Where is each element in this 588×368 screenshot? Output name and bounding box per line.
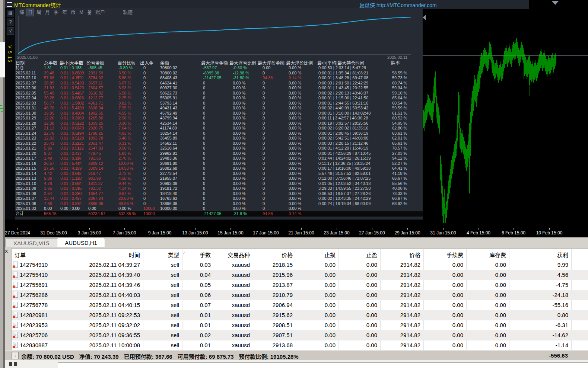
- stats-cell: -565.45: [88, 65, 102, 70]
- stats-cell: 2609.12: [88, 161, 103, 166]
- order-cell: -6.31: [556, 322, 568, 328]
- order-row[interactable]: 1427562862025.02.11 04:40:03sell0.06xauu…: [12, 290, 588, 300]
- order-cell: 2910.79: [273, 292, 293, 298]
- stats-cell: 33: [77, 65, 82, 70]
- stats-cell: 8.50 %: [118, 146, 131, 151]
- stats-cell: 0.00 %: [233, 171, 245, 176]
- time-axis-tick: [18, 228, 18, 230]
- stats-cell: 763.32: [88, 186, 101, 191]
- image-icon[interactable]: ▨: [7, 10, 14, 17]
- order-cell: 0.00: [452, 272, 463, 278]
- stats-cell: 1811.37: [88, 181, 103, 186]
- stats-cell: 0.00 %: [289, 131, 301, 136]
- orders-header-4[interactable]: 交易品种: [228, 251, 250, 259]
- order-cell: 2914.82: [400, 272, 420, 278]
- stats-cell: 70800.02: [160, 65, 177, 70]
- panel-edge-arrow-icon: [423, 15, 426, 20]
- orders-header-8[interactable]: 价格: [409, 251, 420, 259]
- order-row[interactable]: 1428257062025.02.11 09:36:55sell0.02xauu…: [12, 330, 588, 340]
- stats-cell: 0.00 %: [289, 121, 301, 126]
- balance-arrow-icon[interactable]: ↓: [12, 352, 19, 359]
- order-row[interactable]: 1428209812025.02.11 09:22:53sell0.01xauu…: [12, 310, 588, 320]
- stats-cell: 0:00:50 | 2:33:14 | 5:47:29: [318, 65, 366, 70]
- stats-cell: 0: [203, 116, 205, 121]
- stats-cell: 20993.09: [160, 181, 177, 186]
- orders-header-3[interactable]: 手数: [200, 251, 211, 259]
- help-icon[interactable]: ?: [7, 19, 14, 26]
- stats-cell: 339: [77, 106, 84, 111]
- hidden-chart-sliver: [0, 108, 3, 109]
- orders-header-1[interactable]: 时间: [129, 251, 140, 259]
- order-cell: 9.99: [557, 262, 568, 268]
- window-icon: [7, 2, 12, 7]
- stats-cell: 42534.14: [160, 121, 177, 126]
- stats-cell: 0: [263, 186, 265, 191]
- stats-cell: 0:00:02 | 10:43:35 | 24:42:29: [318, 196, 371, 201]
- order-row[interactable]: 1427554102025.02.11 04:39:40sell0.04xauu…: [12, 270, 588, 280]
- stats-cell: 0.00 %: [289, 151, 301, 156]
- stats-cell: 7.64 %: [118, 126, 131, 131]
- stats-cell: 0:00:11 | 3:42:57 | 46:36:28: [318, 116, 368, 121]
- stats-row: 2025.02.0356.770.01 | 1.907024361.718.82…: [15, 101, 423, 106]
- stats-cell: -21427.05: [203, 211, 222, 216]
- stats-cell: 0: [143, 81, 146, 86]
- order-row[interactable]: 1428239532025.02.11 09:32:02sell0.01xauu…: [12, 320, 588, 330]
- order-cell: 2025.02.11 04:39:40: [89, 272, 140, 278]
- stats-cell: 0:00:19 | 3:02:57 | 28:25:56: [318, 121, 368, 126]
- orders-header-7[interactable]: 止盈: [366, 251, 377, 259]
- order-doc-icon: [13, 302, 18, 308]
- stats-cell: 0: [263, 96, 265, 100]
- stats-cell: 0: [263, 166, 265, 171]
- stats-cell: 1212.77: [88, 96, 103, 100]
- version-label: V 5.15: [7, 45, 12, 63]
- stats-cell: 61.51 %: [392, 111, 407, 116]
- stats-row: 2025.01.2422.760.01 | 0.542941798.254.93…: [15, 131, 423, 136]
- chart-tab-audusd-h1[interactable]: AUDUSD,H1: [57, 238, 105, 248]
- stats-cell: 28691.80: [160, 161, 177, 166]
- orders-header-6[interactable]: 止损: [324, 251, 336, 259]
- stats-cell: 0.00 %: [289, 65, 301, 70]
- stats-row: 2025.02.1139.480.01 | 0.865092391.593.50…: [15, 71, 423, 76]
- time-axis-label: 31 Dec 15:00: [40, 230, 67, 236]
- order-cell: 0.00: [495, 272, 506, 278]
- order-cell: 2914.82: [400, 292, 420, 298]
- stats-cell: 0: [143, 101, 146, 106]
- stats-cell: 0: [263, 161, 265, 166]
- stats-cell: 20.63 %: [118, 196, 133, 201]
- order-cell: 0.00: [495, 322, 506, 328]
- order-cell: 0.00: [495, 282, 506, 288]
- stats-cell: 2025.02.04: [16, 96, 36, 100]
- check-icon[interactable]: √: [7, 28, 14, 35]
- orders-header-0[interactable]: 订单: [15, 251, 26, 259]
- stats-cell: 0: [203, 156, 205, 161]
- stats-cell: 6.58 %: [118, 91, 131, 96]
- orders-header-9[interactable]: 手续费: [446, 251, 463, 259]
- brand-link[interactable]: 复盘侠 http://MTCommander.com: [359, 1, 437, 9]
- order-cell: 0.00: [325, 312, 336, 318]
- stats-cell: -31.80 %: [233, 76, 249, 80]
- order-cell: 2025.02.11 09:32:02: [89, 322, 140, 328]
- order-row[interactable]: 1428308872025.02.11 10:00:08sell0.01xauu…: [12, 340, 588, 351]
- stats-cell: 26082.68: [160, 166, 177, 171]
- stats-cell: 63.61 %: [392, 131, 407, 136]
- order-row[interactable]: 1427567782025.02.11 04:40:15sell0.07xauu…: [12, 300, 588, 310]
- orders-header-5[interactable]: 价格: [282, 251, 293, 259]
- stats-cell: 1.31: [44, 65, 52, 70]
- orders-header-2[interactable]: 类型: [168, 251, 179, 259]
- stats-cell: 64.41 %: [392, 166, 407, 171]
- order-row[interactable]: 1427549102025.02.11 04:39:27sell0.03xauu…: [12, 260, 588, 270]
- orders-header-10[interactable]: 库存费: [489, 251, 506, 259]
- order-row[interactable]: 1427556912025.02.11 04:39:46sell0.05xauu…: [12, 280, 588, 290]
- stats-cell: 0.00 %: [118, 206, 131, 211]
- stats-header: 出入金: [140, 60, 153, 66]
- orders-header-11[interactable]: 获利: [557, 251, 568, 259]
- stats-cell: 221: [77, 141, 84, 146]
- stats-cell: 2025.01.28: [16, 121, 36, 126]
- stats-cell: 0.00 %: [289, 206, 301, 211]
- hidden-chart-sliver: [1, 111, 3, 112]
- chart-tab-xauusd-m15[interactable]: XAUUSD,M15: [5, 239, 57, 247]
- candlestick-chart[interactable]: [423, 0, 588, 228]
- stats-cell: 379: [77, 126, 84, 131]
- stats-cell: 60.52 %: [392, 116, 407, 121]
- stats-cell: 59.73 %: [392, 76, 407, 80]
